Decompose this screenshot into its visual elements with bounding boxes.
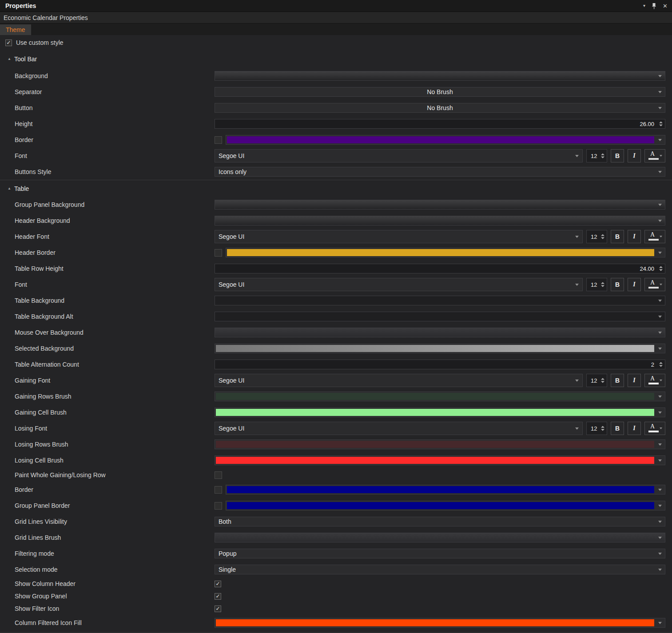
bold-button[interactable]: B <box>611 374 624 387</box>
table-alternation-count-input[interactable]: 2 <box>215 360 665 369</box>
italic-button[interactable]: I <box>628 230 641 243</box>
font-size-spinner[interactable]: 12 <box>586 374 607 387</box>
chevron-down-icon <box>575 236 579 238</box>
chevron-down-icon <box>658 537 662 539</box>
chevron-down-icon <box>658 252 662 254</box>
spinner-arrows[interactable] <box>659 362 663 367</box>
table-row-height-input[interactable]: 24.00 <box>215 264 665 273</box>
header-border-color-dropdown[interactable] <box>226 248 665 257</box>
selection-mode-select[interactable]: Single <box>215 565 665 574</box>
losing-rows-brush-dropdown[interactable] <box>215 439 665 449</box>
font-size-spinner[interactable]: 12 <box>586 230 607 243</box>
chevron-down-icon[interactable]: ▾ <box>643 4 645 8</box>
font-family-dropdown[interactable]: Segoe UI <box>215 230 583 243</box>
toolbar-height-input[interactable]: 26.00 <box>215 119 665 129</box>
row-group-panel-background: Group Panel Background <box>0 197 672 213</box>
property-label: Losing Rows Brush <box>0 441 215 448</box>
chevron-down-icon <box>658 300 662 302</box>
section-header-tool-bar[interactable]: Tool Bar <box>0 50 672 68</box>
bold-button[interactable]: B <box>611 230 624 243</box>
row-table-background: Table Background <box>0 293 672 309</box>
table-background-alt-brush-dropdown[interactable] <box>215 312 665 321</box>
close-icon[interactable]: ✕ <box>663 3 668 9</box>
chevron-down-icon <box>575 284 579 286</box>
table-border-checkbox[interactable] <box>215 486 222 494</box>
grid-lines-brush-dropdown[interactable] <box>215 533 665 542</box>
section-header-table[interactable]: Table <box>0 180 672 197</box>
filtering-mode-select[interactable]: Popup <box>215 549 665 558</box>
spinner-arrows[interactable] <box>659 122 663 127</box>
color-swatch <box>227 486 654 493</box>
italic-button[interactable]: I <box>628 149 641 162</box>
property-label: Column Filtered Icon Fill <box>0 619 215 626</box>
italic-button[interactable]: I <box>628 278 641 291</box>
properties-target-title: Economic Calendar Properties <box>0 12 672 24</box>
chevron-down-icon <box>658 220 662 222</box>
font-family-dropdown[interactable]: Segoe UI <box>215 374 583 387</box>
use-custom-style-checkbox[interactable] <box>5 40 12 46</box>
toolbar-border-checkbox[interactable] <box>215 136 222 144</box>
font-color-swatch <box>648 158 659 160</box>
group-panel-background-brush-dropdown[interactable] <box>215 200 665 210</box>
spinner-arrows[interactable] <box>659 266 663 271</box>
bold-button[interactable]: B <box>611 422 624 435</box>
bold-button[interactable]: B <box>611 149 624 162</box>
losing-cell-brush-dropdown[interactable] <box>215 455 665 465</box>
toolbar-border-color-dropdown[interactable] <box>226 135 665 145</box>
tab-theme[interactable]: Theme <box>0 24 31 35</box>
font-family-dropdown[interactable]: Segoe UI <box>215 149 583 162</box>
font-family-value: Segoe UI <box>219 281 244 288</box>
spinner-arrows[interactable] <box>601 378 604 383</box>
font-size-spinner[interactable]: 12 <box>586 422 607 435</box>
table-background-brush-dropdown[interactable] <box>215 296 665 305</box>
font-size-spinner[interactable]: 12 <box>586 278 607 291</box>
italic-button[interactable]: I <box>628 374 641 387</box>
toolbar-separator-brush-dropdown[interactable]: No Brush <box>215 87 665 97</box>
font-family-dropdown[interactable]: Segoe UI <box>215 422 583 435</box>
group-panel-border-color-dropdown[interactable] <box>226 501 665 510</box>
bold-button[interactable]: B <box>611 278 624 291</box>
toolbar-button-brush-dropdown[interactable]: No Brush <box>215 103 665 113</box>
font-color-dropdown[interactable]: A <box>644 149 665 162</box>
spinner-arrows[interactable] <box>601 282 604 287</box>
font-color-dropdown[interactable]: A <box>644 278 665 291</box>
gaining-cell-brush-dropdown[interactable] <box>215 407 665 417</box>
chevron-down-icon <box>658 569 662 571</box>
group-panel-border-checkbox[interactable] <box>215 502 222 510</box>
spinner-arrows[interactable] <box>601 234 604 239</box>
font-color-dropdown[interactable]: A <box>644 422 665 435</box>
selected-background-brush-dropdown[interactable] <box>215 344 665 353</box>
mouse-over-background-brush-dropdown[interactable] <box>215 328 665 337</box>
font-color-dropdown[interactable]: A <box>644 230 665 243</box>
header-border-checkbox[interactable] <box>215 249 222 257</box>
font-family-dropdown[interactable]: Segoe UI <box>215 278 583 291</box>
property-label: Grid Lines Brush <box>0 534 215 541</box>
toolbar-background-brush-dropdown[interactable] <box>215 71 665 81</box>
show-group-panel-checkbox[interactable] <box>215 593 221 600</box>
row-header-font: Header Font Segoe UI 12 B I A <box>0 229 672 245</box>
property-label: Font <box>0 152 215 159</box>
row-table-font: Font Segoe UI 12 B I A <box>0 277 672 293</box>
property-label: Buttons Style <box>0 168 215 175</box>
spinner-arrows[interactable] <box>601 154 604 158</box>
panel-title: Properties <box>5 2 36 9</box>
header-background-brush-dropdown[interactable] <box>215 216 665 226</box>
paint-whole-gaining-losing-row-checkbox[interactable] <box>215 471 222 479</box>
show-column-header-checkbox[interactable] <box>215 581 221 587</box>
font-color-dropdown[interactable]: A <box>644 374 665 387</box>
column-filtered-icon-fill-dropdown[interactable] <box>215 618 665 628</box>
property-label: Show Filter Icon <box>0 605 215 612</box>
italic-button[interactable]: I <box>628 422 641 435</box>
property-label: Losing Cell Brush <box>0 457 215 464</box>
show-filter-icon-checkbox[interactable] <box>215 605 221 612</box>
use-custom-style-row: Use custom style <box>0 35 672 50</box>
pin-icon[interactable] <box>652 3 656 9</box>
table-border-color-dropdown[interactable] <box>226 485 665 495</box>
grid-lines-visibility-select[interactable]: Both <box>215 517 665 526</box>
property-label: Gaining Rows Brush <box>0 393 215 400</box>
font-size-spinner[interactable]: 12 <box>586 149 607 162</box>
spinner-arrows[interactable] <box>601 426 604 431</box>
gaining-rows-brush-dropdown[interactable] <box>215 392 665 401</box>
buttons-style-select[interactable]: Icons only <box>215 167 665 177</box>
font-size-value: 12 <box>591 425 597 432</box>
